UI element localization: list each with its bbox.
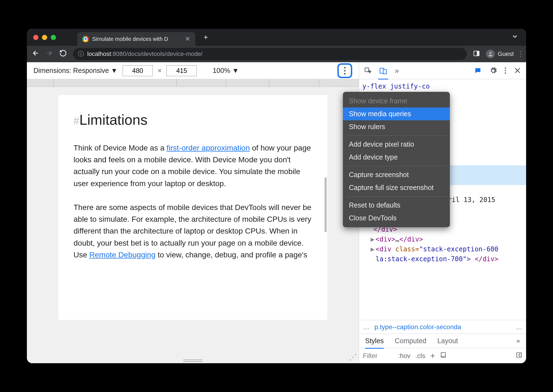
menu-separator (346, 196, 447, 197)
tab-bar: Simulate mobile devices with D ✕ + (27, 29, 526, 46)
minimize-window-icon[interactable] (42, 35, 47, 40)
width-input[interactable] (123, 65, 153, 76)
menu-add-device-type[interactable]: Add device type (343, 151, 450, 164)
dimensions-dropdown[interactable]: Dimensions: Responsive ▼ (33, 67, 118, 75)
profile-button[interactable]: Guest (486, 50, 514, 58)
page-heading: #Limitations (74, 109, 312, 131)
menu-show-device-frame[interactable]: Show device frame (343, 95, 450, 107)
menu-add-dpr[interactable]: Add device pixel ratio (343, 138, 450, 151)
devtools-menu-icon[interactable] (505, 67, 506, 74)
maximize-window-icon[interactable] (51, 35, 56, 40)
menu-separator (346, 166, 447, 166)
url-field[interactable]: ⓘ localhost:8080/docs/devtools/device-mo… (73, 48, 467, 60)
settings-icon[interactable] (489, 67, 497, 75)
browser-menu-icon[interactable] (520, 51, 521, 57)
link-remote-debugging[interactable]: Remote Debugging (89, 251, 156, 259)
svg-rect-5 (383, 69, 386, 74)
styles-filter-bar: :hov .cls + (359, 348, 526, 363)
menu-reset-defaults[interactable]: Reset to defaults (343, 199, 450, 212)
device-options-menu: Show device frame Show media queries Sho… (343, 92, 450, 227)
tab-computed[interactable]: Computed (395, 337, 426, 345)
dimension-x: × (158, 67, 162, 75)
svg-rect-7 (517, 353, 521, 357)
elements-breadcrumb[interactable]: … p.type--caption.color-seconda … (359, 320, 526, 334)
height-input[interactable] (167, 65, 197, 76)
cls-toggle[interactable]: .cls (415, 352, 425, 360)
tab-layout[interactable]: Layout (437, 337, 458, 345)
url-port: :8080 (111, 50, 126, 57)
feedback-icon[interactable] (474, 67, 482, 75)
url-host: localhost (87, 50, 111, 57)
device-options-button[interactable] (337, 63, 352, 78)
link-first-order[interactable]: first-order approximation (167, 144, 250, 152)
resize-handle-corner[interactable]: ⋰ (349, 352, 357, 362)
reload-button[interactable] (59, 49, 67, 59)
menu-close-devtools[interactable]: Close DevTools (343, 212, 450, 225)
url-path: /docs/devtools/device-mode/ (126, 50, 203, 57)
svg-rect-1 (477, 51, 479, 56)
tablist-chevron-icon[interactable] (511, 33, 521, 42)
devtools-toolbar: » ✕ (359, 62, 526, 79)
more-vert-icon (344, 67, 346, 75)
tab-styles[interactable]: Styles (365, 337, 384, 345)
forward-button[interactable] (46, 49, 53, 59)
hov-toggle[interactable]: :hov (398, 352, 410, 360)
zoom-dropdown[interactable]: 100% ▼ (213, 67, 239, 75)
inspect-icon[interactable] (364, 67, 372, 75)
svg-point-2 (490, 52, 492, 54)
device-toolbar: Dimensions: Responsive ▼ × 100% ▼ (27, 62, 359, 79)
close-tab-icon[interactable]: ✕ (185, 35, 190, 43)
menu-capture-screenshot[interactable]: Capture screenshot (343, 168, 450, 181)
site-info-icon[interactable]: ⓘ (78, 50, 84, 58)
toggle-device-icon[interactable] (379, 67, 387, 75)
new-rule-icon[interactable]: + (430, 351, 435, 360)
styles-tabs: Styles Computed Layout » (359, 334, 526, 348)
toggle-sidebar-icon[interactable] (516, 352, 522, 360)
back-button[interactable] (32, 49, 40, 59)
ruler (27, 79, 359, 87)
more-panels-icon[interactable]: » (395, 66, 399, 75)
paragraph-1: Think of Device Mode as a first-order ap… (74, 142, 312, 190)
browser-tab[interactable]: Simulate mobile devices with D ✕ (77, 32, 195, 46)
styles-filter-input[interactable] (363, 352, 393, 360)
avatar-icon (486, 50, 495, 58)
address-bar: ⓘ localhost:8080/docs/devtools/device-mo… (27, 46, 526, 62)
window-controls (32, 35, 72, 40)
device-icon[interactable] (440, 352, 447, 360)
more-tabs-icon[interactable]: » (516, 337, 520, 345)
side-panel-icon[interactable] (473, 50, 480, 58)
close-window-icon[interactable] (33, 35, 38, 40)
svg-rect-6 (441, 353, 445, 357)
chrome-favicon-icon (82, 36, 89, 42)
menu-show-rulers[interactable]: Show rulers (343, 120, 450, 133)
tab-title: Simulate mobile devices with D (92, 36, 168, 42)
resize-handle-bottom[interactable] (183, 359, 202, 362)
device-preview: #Limitations Think of Device Mode as a f… (27, 62, 359, 363)
menu-show-media-queries[interactable]: Show media queries (343, 107, 450, 120)
scrollbar[interactable] (325, 177, 327, 232)
menu-separator (346, 135, 447, 136)
new-tab-button[interactable]: + (200, 33, 211, 42)
menu-capture-full-screenshot[interactable]: Capture full size screenshot (343, 181, 450, 194)
paragraph-2: There are some aspects of mobile devices… (74, 201, 312, 261)
profile-label: Guest (498, 50, 514, 58)
close-devtools-icon[interactable]: ✕ (514, 66, 521, 76)
page-content: #Limitations Think of Device Mode as a f… (58, 95, 327, 320)
